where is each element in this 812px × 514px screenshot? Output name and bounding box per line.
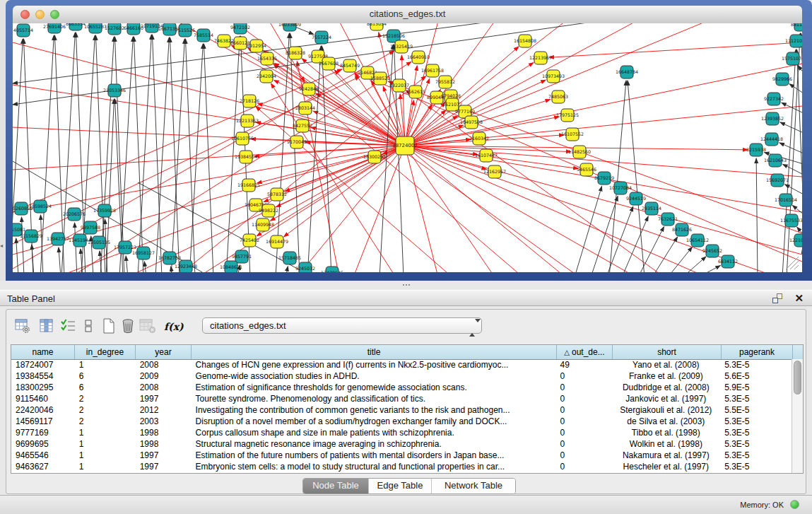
graph-node-label: 7485063 [548, 94, 568, 99]
table-row[interactable]: 1938455462009Genome-wide association stu… [11, 370, 792, 382]
column-header-year[interactable]: year [136, 345, 192, 359]
close-panel-icon[interactable]: ✕ [794, 292, 804, 305]
vertical-scrollbar[interactable] [792, 359, 803, 473]
table-cell: 0 [556, 393, 612, 404]
table-cell: 5.9E-5 [720, 382, 792, 393]
table-cell: 1 [75, 461, 136, 472]
table-cell: 1998 [136, 438, 192, 450]
tab-node-table[interactable]: Node Table [303, 479, 369, 493]
graph-node-label: 13942757 [47, 236, 69, 241]
table-row[interactable]: 977716911998Corpus callosum shape and si… [11, 427, 792, 438]
scrollbar-thumb[interactable] [794, 361, 801, 395]
graph-node-label: 20206576 [63, 211, 86, 216]
graph-node-label: 17016504 [775, 197, 797, 202]
delete-column-button[interactable] [119, 317, 137, 335]
trash-icon [120, 318, 136, 334]
new-column-icon [101, 318, 117, 334]
column-header-label: name [32, 347, 53, 357]
graph-node-label: 11325419 [390, 44, 413, 49]
graph-node-label: 8427552 [293, 123, 312, 128]
tab-edge-table[interactable]: Edge Table [369, 479, 432, 493]
graph-node-label: 10848621 [220, 264, 242, 269]
table-row[interactable]: 911546021997Tourette syndrome. Phenomeno… [11, 393, 792, 404]
splitpane-collapse-icon[interactable]: ◂ [0, 243, 3, 249]
network-view-window: citations_edges.txt 40557142769140686633… [6, 0, 812, 281]
network-window-titlebar[interactable]: citations_edges.txt [13, 6, 802, 24]
new-column-button[interactable] [100, 317, 118, 335]
table-cell: 9699695 [11, 438, 75, 450]
graph-node-label: 16782753 [158, 255, 181, 260]
graph-node-label: 10654112 [686, 238, 709, 243]
graph-node-label: 8186328 [286, 50, 305, 55]
graph-node-label: 15718485 [278, 255, 301, 260]
graph-node-label: 12162957 [483, 169, 506, 174]
graph-nodes: 4055714276914068663354106552871527602646… [13, 23, 802, 272]
table-header-row: namein_degreeyeartitle△out_de...shortpag… [11, 345, 803, 360]
graph-node-label: 2667608 [319, 61, 339, 66]
table-cell: 9777169 [11, 427, 75, 438]
network-svg: 4055714276914068663354106552871527602646… [13, 23, 802, 272]
column-header-name[interactable]: name [11, 345, 75, 359]
table-selector-value: citations_edges.txt [210, 320, 286, 331]
table-row[interactable]: 946554611997Estimation of the future num… [11, 450, 792, 461]
graph-node-label: 16210643 [764, 158, 787, 163]
table-row[interactable]: 2242004622012Investigating the contribut… [11, 404, 792, 416]
splitpane-left-strip[interactable]: ◂ [0, 0, 6, 281]
table-row[interactable]: 946362711997Embryonic stem cells: a mode… [11, 461, 792, 472]
table-cell: de Silva et al. (2003) [611, 416, 720, 427]
graph-node-label: 1588520 [370, 76, 390, 81]
table-cell: 1 [75, 450, 136, 461]
select-rows-button[interactable] [59, 317, 78, 335]
table-panel-body: f(x) citations_edges.txt namein_degreeye… [6, 309, 806, 494]
graph-node-label: 9498222 [259, 208, 278, 213]
table-cell: Embryonic stem cells: a model to study s… [192, 461, 556, 472]
graph-node-label: 16107552 [561, 132, 584, 136]
table-cell: 0 [556, 416, 612, 427]
table-selector-dropdown[interactable]: citations_edges.txt [202, 317, 482, 334]
table-row[interactable]: 969969511998Structural magnetic resonanc… [11, 438, 792, 450]
graph-node-label: 9472102 [230, 25, 250, 30]
table-cell: 1997 [136, 461, 192, 472]
table-cell: 2 [75, 404, 136, 416]
float-panel-icon[interactable] [772, 293, 782, 303]
graph-node-label: 8322037 [389, 83, 409, 88]
split-divider[interactable] [0, 281, 812, 290]
table-row[interactable]: 1456911722003Disruption of a novel membe… [11, 416, 792, 427]
table-cell: 1 [75, 438, 136, 450]
graph-node-label: 1654335 [257, 56, 277, 61]
function-builder-button[interactable]: f(x) [163, 317, 187, 335]
table-cell: 18724007 [11, 359, 75, 370]
graph-node-label: 18724007 [392, 143, 418, 148]
show-columns-button[interactable] [37, 317, 56, 335]
graph-node-label: 9245652 [702, 248, 722, 253]
column-header-pagerank[interactable]: pagerank [722, 345, 793, 359]
memory-ok-indicator[interactable] [790, 500, 799, 509]
graph-node-label: 13505135 [88, 240, 110, 245]
graph-node-label: 16640910 [407, 54, 430, 59]
table-row[interactable]: 1830029562008Estimation of significance … [11, 382, 792, 393]
graph-node-label: 15218506 [382, 33, 405, 38]
graph-node-label: 6834112 [718, 259, 738, 264]
network-canvas[interactable]: 4055714276914068663354106552871527602646… [13, 23, 802, 272]
graph-node-label: 2935114 [642, 206, 661, 211]
graph-node-label: 18300295 [363, 154, 386, 159]
table-cell: Changes of HCN gene expression and I(f) … [192, 359, 556, 370]
table-cell: 49 [556, 359, 612, 370]
tab-network-table[interactable]: Network Table [432, 479, 515, 493]
table-settings-button[interactable] [13, 317, 32, 335]
column-header-title[interactable]: title [192, 345, 557, 359]
column-header-out_de[interactable]: △out_de... [557, 345, 613, 359]
table-cell: Dudbridge et al. (2008) [611, 382, 720, 393]
column-header-in_degree[interactable]: in_degree [75, 345, 136, 359]
table-cell: 1997 [136, 393, 192, 404]
table-row[interactable]: 1872400712008Changes of HCN gene express… [11, 359, 792, 370]
graph-node-label: 8912954 [247, 43, 266, 48]
delete-table-button[interactable] [138, 317, 156, 335]
row-height-button[interactable] [79, 317, 98, 335]
column-header-short[interactable]: short [613, 345, 722, 359]
table-settings-icon [15, 318, 30, 334]
graph-node-label: 19166825 [237, 182, 260, 187]
table-cell: 6 [75, 370, 136, 382]
table-cell: Yano et al. (2008) [611, 359, 720, 370]
status-bar: Memory: OK [0, 495, 812, 514]
